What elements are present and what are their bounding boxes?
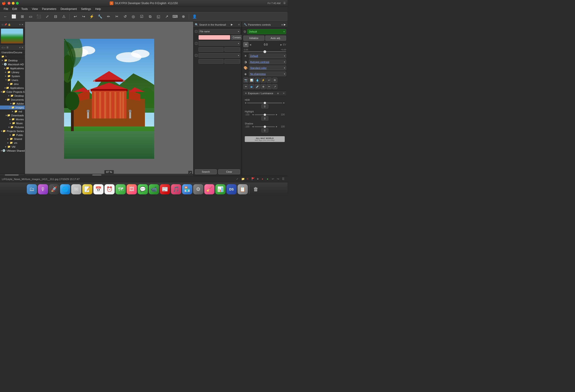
tree-item-pictures[interactable]: ▶ 📁 Pictures (0, 125, 25, 129)
search-filename-dropdown[interactable]: File name ▾ (198, 29, 240, 34)
exposure-arrow-right[interactable]: ▶ (280, 44, 282, 46)
toolbar-redo-btn[interactable]: ↪ (80, 13, 87, 20)
path-btn1[interactable]: 📁 (1, 55, 4, 58)
tree-item-library[interactable]: ▶ 📁 Library (0, 70, 25, 74)
hdr-value-display[interactable]: 0 (261, 104, 268, 109)
tree-arrow-system[interactable]: ▶ (5, 75, 7, 77)
dock-item-trash[interactable]: 🗑 (251, 184, 261, 194)
dock-item-appstore[interactable]: 🏪 (182, 184, 192, 194)
menu-development[interactable]: Development (59, 7, 79, 11)
dock-item-messages[interactable]: 💬 (138, 184, 148, 194)
search-field-input2b[interactable] (224, 47, 240, 52)
tree-item-vmdir[interactable]: ▶ 📁 VM (0, 145, 25, 149)
tool-btn-2[interactable]: 📊 (249, 78, 254, 83)
search-filename-input[interactable] (198, 35, 230, 40)
preset-gear-icon[interactable]: ⚙ (243, 30, 246, 33)
shadow-arrow-left[interactable]: ◀ (252, 126, 254, 128)
thumb-nav-prev[interactable]: ◁ (1, 23, 3, 26)
tree-arrow-music[interactable]: ▶ (10, 122, 12, 124)
toolbar-stamp-btn[interactable]: ⊕ (180, 13, 187, 20)
params-expand-btn[interactable]: ▶ (284, 23, 286, 26)
tool-btn-11[interactable]: ✂ (266, 84, 272, 89)
exposure-section-menu-btn[interactable]: ≡ (277, 92, 279, 95)
dock-item-fb[interactable]: 📋 (238, 184, 248, 194)
tool-btn-9[interactable]: 💉 (255, 84, 260, 89)
search-checkbox3[interactable] (195, 54, 198, 57)
clear-button[interactable]: Clear (218, 169, 240, 174)
browser-close-btn[interactable]: ✕ (22, 46, 23, 49)
shadow-arrow-right[interactable]: ▶ (276, 126, 277, 128)
tool-btn-8[interactable]: 🐟 (249, 84, 254, 89)
status-menu-icon[interactable]: ☰ (282, 177, 286, 181)
exposure-slider-thumb[interactable] (264, 50, 266, 53)
toolbar-copy-btn[interactable]: ⧉ (146, 13, 154, 20)
tree-item-shared[interactable]: ▶ 📁 Shared (0, 137, 25, 141)
toolbar-warning-btn[interactable]: ⚠ (60, 13, 68, 20)
tree-item-movies[interactable]: ▶ 📁 Movies (0, 117, 25, 121)
scrollbar-thumb-vertical[interactable] (5, 174, 19, 176)
browser-nav-prev[interactable]: ◁ (1, 46, 3, 49)
search-field-input3[interactable] (198, 59, 223, 64)
tree-item-dmx-applications[interactable]: ▶ 📁 Applications (0, 86, 25, 90)
browser-menu-btn[interactable]: ≡ (19, 46, 21, 49)
menu-tools[interactable]: Tools (19, 7, 30, 11)
viewer-scrollbar-thumb-x[interactable] (92, 174, 101, 176)
preset-dropdown[interactable]: Default ▾ (247, 29, 286, 34)
tree-arrow-images[interactable]: ▶ (9, 107, 11, 109)
toolbar-crop-btn[interactable]: ✂ (113, 13, 120, 20)
tree-arrow-users[interactable]: ▼ (5, 79, 7, 81)
menu-view[interactable]: View (30, 7, 40, 11)
toolbar-compare2-btn[interactable]: ⬛ (35, 13, 43, 20)
params-menu-btn[interactable]: ≡ (282, 23, 283, 26)
toolbar-mask-btn[interactable]: ◱ (155, 13, 162, 20)
dock-item-news[interactable]: 📰 (160, 184, 170, 194)
toolbar-key-btn[interactable]: ⌨ (171, 13, 179, 20)
thumb-menu-btn[interactable]: ≡ (19, 23, 21, 26)
minimize-window-button[interactable] (12, 2, 15, 5)
tree-arrow-desktop[interactable]: ▶ (2, 59, 4, 61)
dock-item-photos[interactable]: 🖼 (127, 184, 137, 194)
search-panel-close-btn[interactable]: ✕ (238, 23, 240, 26)
dock-item-mail[interactable]: ✉ (71, 184, 81, 194)
highlight-slider-thumb[interactable] (264, 114, 266, 116)
search-panel-expand-btn[interactable]: ▶ (231, 23, 233, 26)
dock-item-notes[interactable]: 📝 (82, 184, 93, 194)
tree-arrow-macintoshhd[interactable]: ▼ (2, 63, 4, 65)
tree-item-dmx-desktop[interactable]: ▶ 📁 Desktop (0, 94, 25, 98)
tree-arrow-documents[interactable]: ▼ (5, 99, 7, 101)
toolbar-develop-btn[interactable]: ⚡ (88, 13, 96, 20)
search-button[interactable]: Search (195, 169, 217, 174)
tree-item-adobe[interactable]: ▶ 📁 Adobe (0, 102, 25, 106)
dock-item-siri[interactable]: 🎙 (38, 184, 48, 194)
tool-btn-1[interactable]: 📷 (243, 78, 248, 83)
dock-item-calendar[interactable]: 📅 (93, 184, 103, 194)
tool-btn-5[interactable]: ↩ (266, 78, 272, 83)
toolbar-grid-btn[interactable]: ⊞ (19, 13, 26, 20)
apple-menu-icon[interactable]: 🍎 (2, 1, 6, 5)
tool-btn-12[interactable]: ↗ (272, 84, 277, 89)
tree-arrow-dmx-desktop[interactable]: ▶ (8, 95, 10, 97)
dock-item-finder[interactable]: 🗂 (27, 184, 37, 194)
menu-edit[interactable]: Edit (10, 7, 19, 11)
file-tree[interactable]: ▶ 📁 Desktop ▼ 💿 Macintosh HD ▶ 📁 Applica… (0, 58, 25, 174)
path-refresh-btn[interactable]: ↻ (5, 55, 7, 58)
toolbar-check-btn[interactable]: ☑ (138, 13, 145, 20)
initialize-button[interactable]: Initialize (243, 36, 264, 41)
dock-item-reminders[interactable]: ⏰ (104, 184, 115, 194)
tree-arrow-pictures[interactable]: ▶ (9, 126, 11, 128)
status-color2-icon[interactable]: ● (267, 177, 270, 181)
tree-item-vm[interactable]: ▶ 📁 vm (0, 141, 25, 145)
tree-item-system[interactable]: ▶ 📁 System (0, 74, 25, 78)
highlight-arrow-right[interactable]: ▶ (276, 114, 277, 116)
dock-item-launchpad[interactable]: 🚀 (49, 184, 59, 194)
tree-item-desktop[interactable]: ▶ 📁 Desktop (0, 58, 25, 62)
viewer-scrollbar-x[interactable] (25, 174, 193, 176)
toolbar-grid2-btn[interactable]: ⊟ (52, 13, 59, 20)
tree-item-public[interactable]: ▶ 📁 Public (0, 133, 25, 137)
dock-item-maps[interactable]: 🗺 (116, 184, 126, 194)
tree-arrow-vmdir[interactable]: ▶ (5, 146, 7, 148)
hdr-arrow-right[interactable]: ▶ (283, 102, 285, 104)
status-undo-icon[interactable]: ↩ (272, 177, 275, 181)
tree-item-applications[interactable]: ▶ 📁 Applications (0, 66, 25, 70)
tree-item-music[interactable]: ▶ 📁 Music (0, 121, 25, 125)
